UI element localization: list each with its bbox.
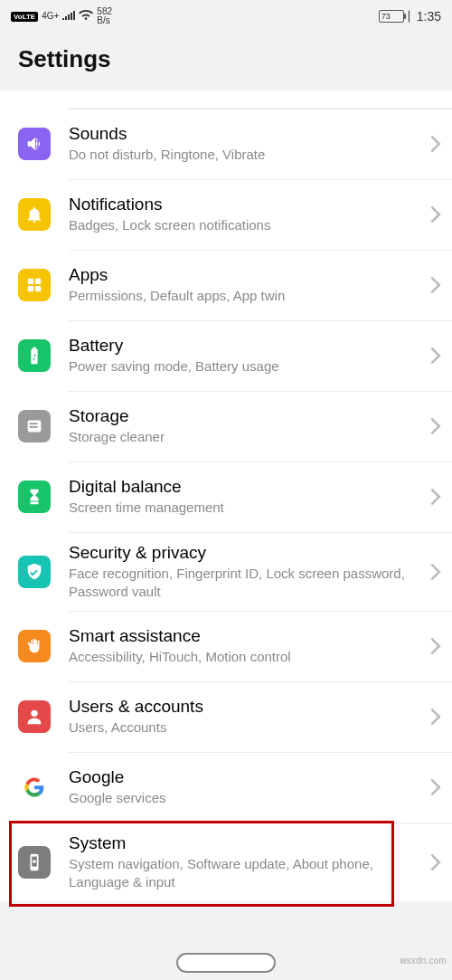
user-icon xyxy=(18,700,51,733)
row-subtitle: Do not disturb, Ringtone, Vibrate xyxy=(69,146,419,164)
row-text: Google Google services xyxy=(69,767,423,807)
row-digital-balance[interactable]: Digital balance Screen time management xyxy=(0,461,452,532)
row-title: Sounds xyxy=(69,124,419,144)
row-security-privacy[interactable]: Security & privacy Face recognition, Fin… xyxy=(0,532,452,611)
chevron-right-icon xyxy=(423,638,448,654)
row-text: System System navigation, Software updat… xyxy=(69,833,423,890)
gesture-nav-pill[interactable] xyxy=(176,953,276,973)
row-text: Users & accounts Users, Accounts xyxy=(69,697,423,737)
row-text: Security & privacy Face recognition, Fin… xyxy=(69,543,423,600)
row-text: Storage Storage cleaner xyxy=(69,406,423,446)
svg-rect-0 xyxy=(28,279,33,284)
row-title: Storage xyxy=(69,406,419,426)
volte-badge: VoLTE xyxy=(11,12,38,22)
chevron-right-icon xyxy=(423,564,448,580)
watermark: wsxdn.com xyxy=(400,956,447,966)
svg-rect-1 xyxy=(35,279,41,284)
row-title: Security & privacy xyxy=(69,543,419,563)
row-battery[interactable]: Battery Power saving mode, Battery usage xyxy=(0,320,452,391)
chevron-right-icon xyxy=(423,854,448,871)
chevron-right-icon xyxy=(423,347,448,364)
row-subtitle: Storage cleaner xyxy=(69,428,419,446)
svg-rect-2 xyxy=(28,286,33,291)
row-subtitle: Google services xyxy=(69,789,419,807)
row-title: System xyxy=(69,833,419,853)
svg-point-10 xyxy=(33,860,36,863)
row-text: Digital balance Screen time management xyxy=(69,477,423,517)
chevron-right-icon xyxy=(423,709,448,725)
chevron-right-icon xyxy=(423,136,448,152)
data-rate: 582B/s xyxy=(97,7,112,25)
chevron-right-icon xyxy=(423,277,448,293)
status-right: 73 ⎢ 1:35 xyxy=(379,9,441,24)
row-system[interactable]: System System navigation, Software updat… xyxy=(0,823,452,901)
row-title: Users & accounts xyxy=(69,697,419,717)
row-users-accounts[interactable]: Users & accounts Users, Accounts xyxy=(0,681,452,752)
row-notifications[interactable]: Notifications Badges, Lock screen notifi… xyxy=(0,179,452,250)
truncated-prev-row xyxy=(69,90,452,109)
row-title: Notifications xyxy=(69,195,419,214)
storage-icon xyxy=(18,410,51,442)
shield-icon xyxy=(18,556,51,588)
svg-rect-5 xyxy=(30,423,38,424)
settings-list: Sounds Do not disturb, Ringtone, Vibrate… xyxy=(0,90,452,901)
row-text: Smart assistance Accessibility, HiTouch,… xyxy=(69,626,423,666)
row-title: Digital balance xyxy=(69,477,419,497)
row-subtitle: Accessibility, HiTouch, Motion control xyxy=(69,648,419,666)
row-text: Sounds Do not disturb, Ringtone, Vibrate xyxy=(69,124,423,164)
signal-bars-icon xyxy=(62,10,75,23)
status-bar: VoLTE 4G+ 582B/s 73 ⎢ 1:35 xyxy=(0,0,452,27)
battery-icon xyxy=(18,339,51,372)
page-title: Settings xyxy=(0,27,452,90)
chevron-right-icon xyxy=(423,206,448,223)
status-left: VoLTE 4G+ 582B/s xyxy=(11,7,112,25)
svg-rect-6 xyxy=(30,426,38,428)
google-g-icon xyxy=(18,771,51,804)
svg-point-7 xyxy=(31,710,37,717)
network-generation: 4G+ xyxy=(42,12,59,21)
row-title: Smart assistance xyxy=(69,626,419,646)
row-storage[interactable]: Storage Storage cleaner xyxy=(0,391,452,461)
row-subtitle: Face recognition, Fingerprint ID, Lock s… xyxy=(69,565,419,600)
svg-rect-3 xyxy=(35,286,41,291)
row-subtitle: Screen time management xyxy=(69,499,419,517)
row-title: Battery xyxy=(69,336,419,356)
chevron-right-icon xyxy=(423,418,448,434)
hourglass-icon xyxy=(18,480,51,513)
row-text: Notifications Badges, Lock screen notifi… xyxy=(69,195,423,234)
row-text: Battery Power saving mode, Battery usage xyxy=(69,336,423,376)
row-title: Apps xyxy=(69,265,419,285)
chevron-right-icon xyxy=(423,779,448,795)
row-smart-assistance[interactable]: Smart assistance Accessibility, HiTouch,… xyxy=(0,611,452,681)
row-subtitle: Badges, Lock screen notifications xyxy=(69,216,419,234)
row-title: Google xyxy=(69,767,419,787)
wifi-icon xyxy=(79,10,93,24)
hand-icon xyxy=(18,630,51,662)
row-subtitle: Power saving mode, Battery usage xyxy=(69,357,419,376)
chevron-right-icon xyxy=(423,489,448,505)
row-subtitle: Users, Accounts xyxy=(69,718,419,737)
row-sounds[interactable]: Sounds Do not disturb, Ringtone, Vibrate xyxy=(0,109,452,179)
apps-grid-icon xyxy=(18,269,51,301)
row-subtitle: System navigation, Software update, Abou… xyxy=(69,855,419,890)
row-google[interactable]: Google Google services xyxy=(0,752,452,823)
row-subtitle: Permissions, Default apps, App twin xyxy=(69,287,419,305)
clock: 1:35 xyxy=(417,9,441,24)
row-text: Apps Permissions, Default apps, App twin xyxy=(69,265,423,305)
device-info-icon xyxy=(18,846,51,879)
sound-icon xyxy=(18,128,51,160)
charging-icon: ⎢ xyxy=(408,11,413,23)
battery-indicator: 73 xyxy=(379,10,404,23)
row-apps[interactable]: Apps Permissions, Default apps, App twin xyxy=(0,250,452,320)
bell-icon xyxy=(18,198,51,231)
